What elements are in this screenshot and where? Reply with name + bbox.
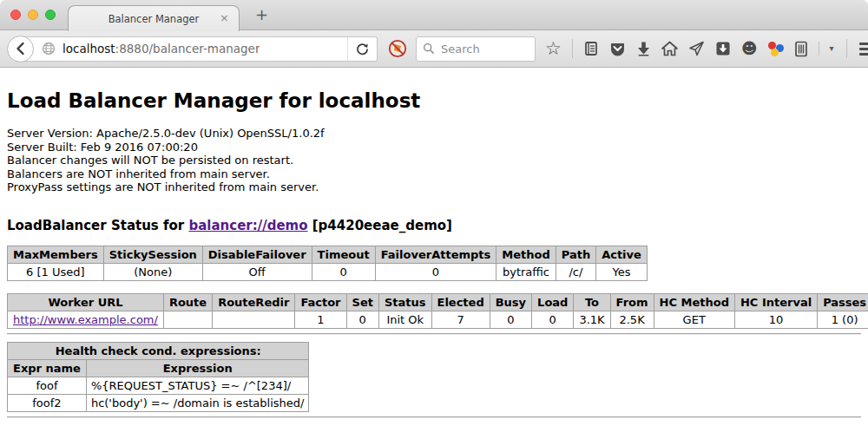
column-header: Timeout xyxy=(312,246,375,263)
url-text: localhost:8880/balancer-manager xyxy=(62,42,260,56)
column-header: RouteRedir xyxy=(213,293,295,311)
server-info: Server Version: Apache/2.5.0-dev (Unix) … xyxy=(7,127,861,194)
table-header-row: Expr name Expression xyxy=(8,359,309,377)
column-header: Passes xyxy=(818,293,868,311)
server-version-line: Server Version: Apache/2.5.0-dev (Unix) … xyxy=(7,127,861,141)
cell-from: 2.5K xyxy=(610,311,654,328)
column-header: Path xyxy=(556,246,595,263)
navigation-toolbar: localhost:8880/balancer-manager ☆ xyxy=(0,30,868,68)
bookmark-star-icon[interactable]: ☆ xyxy=(545,40,562,58)
cell-stickysession: (None) xyxy=(103,263,202,280)
column-header: HC Interval xyxy=(734,293,817,311)
health-table-title: Health check cond. expressions: xyxy=(8,342,309,359)
cell-load: 0 xyxy=(532,311,574,328)
cell-busy: 0 xyxy=(490,311,531,328)
window-controls xyxy=(10,10,56,20)
reload-button[interactable] xyxy=(347,37,377,61)
column-header: DisableFailover xyxy=(202,246,312,263)
cell-path: /c/ xyxy=(556,263,595,280)
browser-tab[interactable]: Balancer Manager × xyxy=(68,5,240,31)
search-input[interactable] xyxy=(439,42,522,56)
column-header: From xyxy=(610,293,654,311)
column-header: Method xyxy=(496,246,556,263)
cell-route xyxy=(163,311,212,328)
health-check-table: Health check cond. expressions: Expr nam… xyxy=(7,342,309,412)
globe-icon xyxy=(42,42,56,56)
reload-icon xyxy=(356,43,369,56)
colored-dots-addon-icon[interactable] xyxy=(768,41,784,56)
containers-icon[interactable] xyxy=(794,41,808,57)
table-row: 6 [1 Used] (None) Off 0 0 bytraffic /c/ … xyxy=(8,263,648,280)
cell-elected: 7 xyxy=(431,311,490,328)
status-heading-prefix: LoadBalancer Status for xyxy=(7,218,188,233)
cell-status: Init Ok xyxy=(378,311,431,328)
toolbar-buttons: ☆ xyxy=(545,39,834,58)
status-heading-suffix: [p4420eeae_demo] xyxy=(308,218,452,233)
send-tab-icon[interactable] xyxy=(688,41,705,56)
tab-close-icon[interactable]: × xyxy=(220,12,229,23)
chevron-down-icon[interactable]: ▾ xyxy=(830,44,834,53)
column-header: StickySession xyxy=(103,246,202,263)
page-content: Load Balancer Manager for localhost Serv… xyxy=(0,68,868,418)
column-header: Set xyxy=(346,293,378,311)
back-arrow-icon xyxy=(14,42,28,56)
table-title-row: Health check cond. expressions: xyxy=(8,342,309,359)
feedback-smiley-icon[interactable]: ☻ xyxy=(741,41,758,56)
balancer-status-table: MaxMembers StickySession DisableFailover… xyxy=(7,246,648,281)
url-host: localhost xyxy=(62,42,115,56)
column-header: HC Method xyxy=(654,293,734,311)
window-zoom-button[interactable] xyxy=(45,10,56,20)
column-header: Route xyxy=(163,293,212,311)
reading-list-icon[interactable] xyxy=(583,41,599,56)
tab-title: Balancer Manager xyxy=(108,13,200,25)
page-title: Load Balancer Manager for localhost xyxy=(7,89,861,112)
cell-expr-name: foof2 xyxy=(8,394,87,411)
worker-url-link[interactable]: http://www.example.com/ xyxy=(13,313,158,326)
cell-maxmembers: 6 [1 Used] xyxy=(8,263,104,280)
column-header: FailoverAttempts xyxy=(375,246,496,263)
column-header: Load xyxy=(532,293,574,311)
cell-method: bytraffic xyxy=(496,263,556,280)
home-icon[interactable] xyxy=(661,41,678,56)
balancer-demo-link[interactable]: balancer://demo xyxy=(188,218,307,233)
divider xyxy=(7,333,861,335)
menu-hamburger-icon[interactable] xyxy=(859,43,868,56)
worker-table: Worker URL Route RouteRedir Factor Set S… xyxy=(7,293,868,329)
table-header-row: Worker URL Route RouteRedir Factor Set S… xyxy=(8,293,868,311)
column-header: Factor xyxy=(295,293,346,311)
cell-expr-name: foof xyxy=(8,377,87,394)
table-header-row: MaxMembers StickySession DisableFailover… xyxy=(8,246,648,263)
table-row: foof %{REQUEST_STATUS} =~ /^[234]/ xyxy=(8,377,309,394)
server-built-line: Server Built: Feb 9 2016 07:00:20 xyxy=(7,141,861,154)
column-header: Worker URL xyxy=(8,293,164,311)
column-header: Expression xyxy=(86,359,309,377)
url-path: :8880/balancer-manager xyxy=(115,42,260,56)
loadbalancer-status-heading: LoadBalancer Status for balancer://demo … xyxy=(7,218,861,233)
addon-download-icon[interactable] xyxy=(715,41,731,56)
flashblock-icon[interactable] xyxy=(388,39,407,58)
proxypass-notice-line: ProxyPass settings are NOT inherited fro… xyxy=(7,180,861,194)
cell-hc-method: GET xyxy=(654,311,734,328)
cell-expression: %{REQUEST_STATUS} =~ /^[234]/ xyxy=(86,377,309,394)
cell-active: Yes xyxy=(596,263,648,280)
divider xyxy=(7,416,861,418)
window-minimize-button[interactable] xyxy=(28,10,38,20)
cell-factor: 1 xyxy=(295,311,346,328)
search-box[interactable] xyxy=(416,36,536,62)
search-icon xyxy=(423,43,435,55)
back-button[interactable] xyxy=(7,36,34,62)
cell-passes: 1 (0) xyxy=(818,311,868,328)
column-header: Expr name xyxy=(8,359,87,377)
cell-set: 0 xyxy=(346,311,378,328)
cell-to: 3.1K xyxy=(574,311,610,328)
inherit-notice-line: Balancers are NOT inherited from main se… xyxy=(7,167,861,181)
dropdown-separator xyxy=(819,42,819,56)
window-close-button[interactable] xyxy=(10,10,21,20)
pocket-icon[interactable] xyxy=(609,41,626,57)
column-header: Active xyxy=(596,246,648,263)
cell-routeredir xyxy=(213,311,295,328)
url-bar[interactable]: localhost:8880/balancer-manager xyxy=(20,36,378,62)
downloads-icon[interactable] xyxy=(636,41,651,56)
column-header: Status xyxy=(378,293,431,311)
new-tab-button[interactable]: + xyxy=(255,7,268,23)
